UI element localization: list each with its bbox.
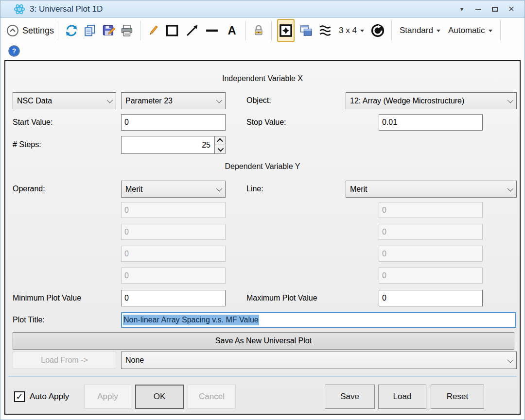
color-mode-dropdown[interactable]: Automatic — [444, 21, 496, 40]
copy-button[interactable] — [81, 21, 99, 40]
grid-size-dropdown[interactable]: 3 x 4 — [335, 21, 368, 40]
line-param-input-4 — [379, 268, 483, 284]
reset-view-button[interactable] — [368, 21, 387, 40]
cancel-label: Cancel — [199, 392, 225, 402]
operand-param-input-3 — [121, 246, 226, 262]
settings-toggle[interactable]: Settings — [6, 24, 54, 37]
min-plot-value-input[interactable] — [121, 290, 226, 306]
close-icon: ✕ — [508, 5, 514, 13]
chevron-down-icon — [508, 97, 514, 103]
auto-apply-checkbox[interactable]: ✓ — [14, 391, 25, 402]
parameter-dropdown[interactable]: Parameter 23 — [121, 92, 226, 109]
object-dropdown[interactable]: 12: Array (Wedge Microstructure) — [346, 92, 517, 109]
ok-button[interactable]: OK — [135, 385, 184, 409]
line-label: Line: — [246, 185, 263, 193]
line-param-input-2 — [379, 224, 483, 240]
toolbar: Settings — [0, 18, 525, 59]
apply-button: Apply — [84, 385, 131, 409]
refresh-icon — [65, 24, 78, 37]
checkmark-icon: ✓ — [16, 391, 23, 402]
chevron-down-icon — [508, 356, 514, 363]
spin-up-icon — [217, 138, 223, 145]
ok-label: OK — [154, 392, 166, 402]
operand-dropdown[interactable]: Merit — [121, 181, 226, 198]
line-value: Merit — [350, 185, 368, 194]
print-icon — [120, 24, 134, 37]
max-plot-value-input[interactable] — [379, 290, 483, 306]
chevron-down-icon — [360, 30, 364, 32]
close-button[interactable]: ✕ — [503, 2, 520, 17]
help-button[interactable]: ? — [5, 41, 23, 61]
clone-window-button[interactable] — [296, 21, 315, 40]
max-plot-value-label: Maximum Plot Value — [246, 294, 317, 302]
auto-apply-label: Auto Apply — [30, 392, 69, 402]
app-icon — [13, 3, 26, 16]
save-image-button[interactable] — [99, 21, 118, 40]
steps-spin-up-button[interactable] — [215, 136, 225, 145]
load-from-value: None — [125, 356, 144, 365]
steps-input[interactable] — [121, 136, 215, 154]
chevron-down-icon — [216, 185, 223, 192]
stop-value-input[interactable] — [379, 114, 483, 131]
load-from-dropdown[interactable]: None — [121, 352, 517, 369]
settings-label: Settings — [22, 26, 54, 36]
lock-icon — [252, 24, 265, 37]
toolbar-separator — [140, 21, 140, 40]
minimize-icon — [475, 9, 481, 10]
parameter-value: Parameter 23 — [125, 97, 173, 105]
lens-stack-icon — [318, 23, 332, 38]
minimize-button[interactable] — [470, 2, 487, 17]
line-dropdown[interactable]: Merit — [346, 181, 517, 198]
operand-label: Operand: — [13, 185, 45, 193]
load-from-button: Load From -> — [13, 352, 116, 369]
surfaces-button[interactable] — [315, 21, 335, 40]
title-bar: 3: Universal Plot 1D ▾ ✕ — [0, 0, 525, 18]
help-icon: ? — [8, 45, 20, 57]
refresh-button[interactable] — [62, 21, 81, 40]
footer-separator — [8, 376, 517, 377]
category-value: NSC Data — [17, 97, 52, 105]
fit-window-icon — [279, 24, 293, 37]
universal-plot-window: 3: Universal Plot 1D ▾ ✕ Settings — [0, 0, 525, 420]
color-mode-label: Automatic — [448, 26, 485, 35]
toolbar-separator — [58, 21, 58, 40]
chevron-up-circle-icon — [6, 24, 19, 37]
scale-dropdown[interactable]: Standard — [396, 21, 444, 40]
save-as-new-universal-plot-button[interactable]: Save As New Universal Plot — [13, 332, 514, 350]
object-value: 12: Array (Wedge Microstructure) — [350, 97, 464, 105]
save-label: Save — [340, 392, 359, 402]
plot-title-label: Plot Title: — [13, 316, 45, 324]
section-dependent-y-title: Dependent Variable Y — [5, 162, 520, 171]
print-button[interactable] — [118, 21, 136, 40]
plot-title-input[interactable]: Non-linear Array Spacing v.s. MF Value — [121, 312, 516, 328]
save-button[interactable]: Save — [325, 385, 375, 409]
start-value-input[interactable] — [121, 114, 226, 131]
settings-panel: Independent Variable X NSC Data Paramete… — [4, 60, 521, 415]
text-icon: A — [225, 23, 239, 38]
reset-view-icon — [370, 23, 385, 38]
maximize-icon — [492, 7, 498, 12]
grid-size-label: 3 x 4 — [339, 26, 357, 35]
steps-spin-down-button[interactable] — [215, 145, 225, 153]
fit-window-button[interactable] — [277, 19, 295, 42]
annotate-pencil-button[interactable] — [144, 21, 162, 40]
line-param-input-3 — [379, 246, 483, 262]
maximize-button[interactable] — [487, 2, 503, 17]
object-label: Object: — [246, 96, 271, 105]
load-from-label: Load From -> — [41, 356, 88, 365]
window-menu-icon: ▾ — [460, 6, 463, 13]
window-menu-button[interactable]: ▾ — [454, 2, 470, 17]
spin-down-icon — [218, 146, 224, 152]
reset-button[interactable]: Reset — [431, 385, 484, 409]
load-button[interactable]: Load — [378, 385, 426, 409]
annotate-text-button[interactable]: A — [222, 21, 242, 40]
annotate-rectangle-button[interactable] — [162, 21, 182, 40]
line-icon — [204, 23, 220, 38]
annotate-line-button[interactable] — [202, 21, 222, 40]
clone-window-icon — [298, 24, 313, 37]
lock-button[interactable] — [250, 21, 267, 40]
annotate-arrow-button[interactable] — [182, 21, 202, 40]
load-label: Load — [393, 392, 412, 402]
category-dropdown[interactable]: NSC Data — [13, 92, 116, 109]
svg-text:?: ? — [12, 47, 17, 55]
